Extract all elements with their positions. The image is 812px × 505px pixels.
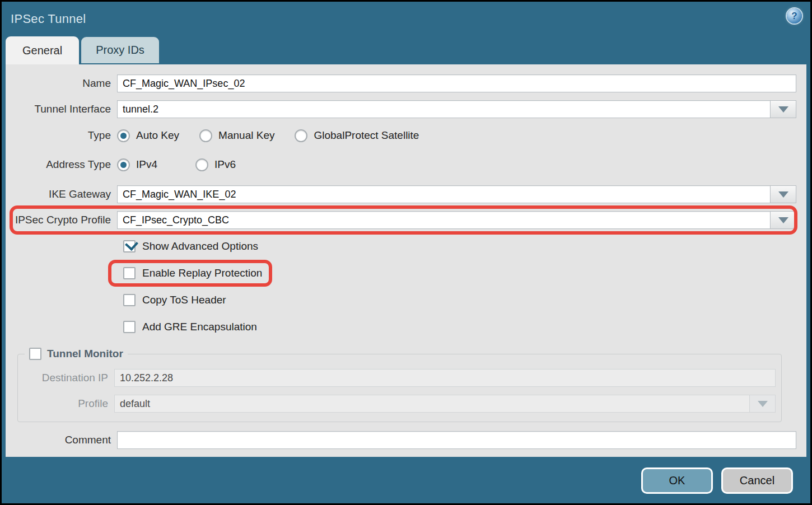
- profile-dropdown-button: [749, 395, 776, 413]
- tab-bar: General Proxy IDs: [2, 36, 810, 64]
- radio-option-manual-key[interactable]: Manual Key: [199, 129, 274, 142]
- radio-option-ipv4[interactable]: IPv4: [117, 158, 175, 171]
- ipsec-crypto-profile-label: IPSec Crypto Profile: [6, 214, 117, 226]
- chevron-down-icon: [778, 217, 788, 223]
- radio-icon[interactable]: [295, 129, 307, 142]
- name-input[interactable]: [117, 74, 796, 92]
- title-bar: IPSec Tunnel ?: [2, 2, 810, 36]
- radio-icon[interactable]: [195, 158, 208, 171]
- profile-label: Profile: [18, 398, 114, 410]
- chevron-down-icon: [778, 191, 788, 198]
- tunnel-interface-combo: [117, 100, 796, 118]
- comment-label: Comment: [6, 434, 117, 446]
- dialog-title: IPSec Tunnel: [11, 12, 86, 26]
- radio-icon[interactable]: [117, 129, 130, 142]
- type-row: Type Auto Key Manual Key GlobalProtect S…: [6, 127, 796, 144]
- checkbox-icon[interactable]: [123, 321, 136, 333]
- tab-general[interactable]: General: [6, 36, 79, 64]
- tab-proxy-ids-label: Proxy IDs: [96, 44, 144, 57]
- show-advanced-options-checkbox-row[interactable]: Show Advanced Options: [123, 240, 258, 252]
- type-label: Type: [6, 129, 117, 142]
- ike-gateway-label: IKE Gateway: [6, 188, 117, 200]
- copy-tos-header-checkbox-row[interactable]: Copy ToS Header: [123, 294, 226, 306]
- general-tab-panel: Name Tunnel Interface Type: [6, 64, 806, 457]
- destination-ip-label: Destination IP: [18, 372, 114, 384]
- radio-label: IPv4: [136, 158, 157, 171]
- ok-button[interactable]: OK: [641, 467, 713, 494]
- checkbox-icon[interactable]: [29, 348, 41, 360]
- profile-input: [114, 395, 749, 413]
- chevron-down-icon: [758, 401, 768, 407]
- checkbox-label: Add GRE Encapsulation: [142, 321, 257, 333]
- ok-button-label: OK: [669, 474, 685, 487]
- profile-combo: [114, 395, 776, 413]
- tunnel-monitor-group: Tunnel Monitor Destination IP Profile: [17, 348, 782, 422]
- radio-label: IPv6: [214, 158, 236, 171]
- tunnel-interface-dropdown-button[interactable]: [770, 100, 796, 118]
- tunnel-interface-label: Tunnel Interface: [6, 103, 117, 115]
- tunnel-monitor-legend[interactable]: Tunnel Monitor: [25, 348, 128, 360]
- radio-icon[interactable]: [117, 158, 130, 171]
- destination-ip-row: Destination IP: [18, 369, 776, 387]
- ike-gateway-row: IKE Gateway: [6, 185, 796, 203]
- ike-gateway-dropdown-button[interactable]: [770, 185, 796, 203]
- comment-input[interactable]: [117, 431, 796, 449]
- tunnel-interface-input[interactable]: [117, 100, 770, 118]
- checkbox-label: Enable Replay Protection: [142, 267, 262, 279]
- radio-option-ipv6[interactable]: IPv6: [195, 158, 254, 171]
- help-icon[interactable]: ?: [787, 8, 802, 24]
- tunnel-interface-row: Tunnel Interface: [6, 100, 796, 118]
- ipsec-crypto-profile-combo: [117, 211, 796, 229]
- cancel-button-label: Cancel: [740, 474, 774, 487]
- profile-row: Profile: [18, 395, 776, 413]
- ipsec-tunnel-dialog: IPSec Tunnel ? General Proxy IDs Name Tu…: [2, 2, 810, 503]
- chevron-down-icon: [778, 106, 788, 113]
- address-type-label: Address Type: [6, 158, 117, 171]
- radio-icon[interactable]: [199, 129, 212, 142]
- dialog-footer: OK Cancel: [2, 457, 810, 504]
- checkbox-icon[interactable]: [123, 294, 136, 306]
- add-gre-encapsulation-checkbox-row[interactable]: Add GRE Encapsulation: [123, 321, 257, 333]
- cancel-button[interactable]: Cancel: [721, 467, 793, 494]
- checkbox-label: Copy ToS Header: [142, 294, 226, 306]
- ipsec-crypto-profile-row: IPSec Crypto Profile: [6, 211, 796, 229]
- address-type-row: Address Type IPv4 IPv6: [6, 156, 796, 173]
- checkbox-label: Show Advanced Options: [142, 240, 258, 252]
- enable-replay-protection-checkbox-row[interactable]: Enable Replay Protection: [123, 267, 262, 279]
- checkbox-icon[interactable]: [123, 267, 136, 279]
- checkbox-icon[interactable]: [123, 240, 136, 252]
- name-row: Name: [6, 74, 796, 92]
- ike-gateway-input[interactable]: [117, 185, 770, 203]
- radio-label: Auto Key: [136, 129, 179, 142]
- destination-ip-input: [114, 369, 776, 387]
- tab-general-label: General: [22, 44, 62, 57]
- radio-option-globalprotect-satellite[interactable]: GlobalProtect Satellite: [295, 129, 419, 142]
- radio-label: Manual Key: [218, 129, 274, 142]
- radio-option-auto-key[interactable]: Auto Key: [117, 129, 179, 142]
- radio-label: GlobalProtect Satellite: [314, 129, 419, 142]
- comment-row: Comment: [6, 431, 796, 449]
- name-label: Name: [6, 77, 117, 90]
- question-mark-glyph: ?: [791, 11, 797, 22]
- tab-proxy-ids[interactable]: Proxy IDs: [81, 37, 159, 63]
- ipsec-crypto-profile-input[interactable]: [117, 211, 770, 229]
- ipsec-crypto-profile-dropdown-button[interactable]: [770, 211, 796, 229]
- ike-gateway-combo: [117, 185, 796, 203]
- tunnel-monitor-label: Tunnel Monitor: [47, 348, 123, 360]
